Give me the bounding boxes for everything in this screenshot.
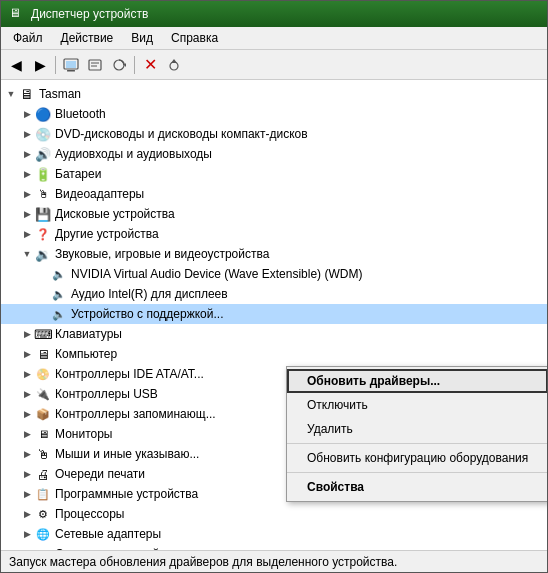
toolbar-back[interactable]: ◀ [5, 54, 27, 76]
ctx-uninstall[interactable]: Удалить [287, 417, 547, 441]
disk-icon: 💾 [35, 206, 51, 222]
hid-audio-label: Устройство с поддержкой... [71, 307, 224, 321]
mouse-label: Мыши и иные указываю... [55, 447, 199, 461]
prog-label: Программные устройства [55, 487, 198, 501]
bluetooth-icon: 🔵 [35, 106, 51, 122]
menu-help[interactable]: Справка [163, 29, 226, 47]
video-expand: ▶ [19, 186, 35, 202]
svg-rect-2 [66, 61, 76, 68]
usb-label: Контроллеры USB [55, 387, 158, 401]
sound-label: Звуковые, игровые и видеоустройства [55, 247, 269, 261]
toolbar-scan[interactable] [108, 54, 130, 76]
sys-label: Системные устройства [55, 547, 184, 550]
root-label: Tasman [39, 87, 81, 101]
computer-label: Компьютер [55, 347, 117, 361]
hid-audio-icon: 🔈 [51, 306, 67, 322]
battery-icon: 🔋 [35, 166, 51, 182]
net-icon: 🌐 [35, 526, 51, 542]
print-icon: 🖨 [35, 466, 51, 482]
tree-sys[interactable]: ▶ ⚙ Системные устройства [1, 544, 547, 550]
tree-computer[interactable]: ▶ 🖥 Компьютер [1, 344, 547, 364]
nvidia-label: NVIDIA Virtual Audio Device (Wave Extens… [71, 267, 362, 281]
ctx-separator-1 [287, 443, 547, 444]
net-expand: ▶ [19, 526, 35, 542]
tree-bluetooth[interactable]: ▶ 🔵 Bluetooth [1, 104, 547, 124]
storage-expand: ▶ [19, 406, 35, 422]
computer-icon: 🖥 [35, 346, 51, 362]
tree-dvd[interactable]: ▶ 💿 DVD-дисководы и дисководы компакт-ди… [1, 124, 547, 144]
tree-root[interactable]: ▼ 🖥 Tasman [1, 84, 547, 104]
tree-sound-group[interactable]: ▼ 🔉 Звуковые, игровые и видеоустройства [1, 244, 547, 264]
tree-keyboard[interactable]: ▶ ⌨ Клавиатуры [1, 324, 547, 344]
svg-rect-3 [89, 60, 101, 70]
audio-io-icon: 🔊 [35, 146, 51, 162]
tree-nvidia[interactable]: ▶ 🔈 NVIDIA Virtual Audio Device (Wave Ex… [1, 264, 547, 284]
mouse-icon: 🖱 [35, 446, 51, 462]
monitor-icon: 🖥 [35, 426, 51, 442]
battery-expand: ▶ [19, 166, 35, 182]
main-content: ▼ 🖥 Tasman ▶ 🔵 Bluetooth ▶ 💿 DVD-дисково… [1, 80, 547, 550]
toolbar-properties[interactable] [84, 54, 106, 76]
prog-expand: ▶ [19, 486, 35, 502]
title-bar-text: Диспетчер устройств [31, 7, 148, 21]
status-bar: Запуск мастера обновления драйверов для … [1, 550, 547, 572]
status-text: Запуск мастера обновления драйверов для … [9, 555, 397, 569]
ctx-props[interactable]: Свойства [287, 475, 547, 499]
monitor-label: Мониторы [55, 427, 112, 441]
sound-expand: ▼ [19, 246, 35, 262]
intel-audio-icon: 🔈 [51, 286, 67, 302]
disk-label: Дисковые устройства [55, 207, 175, 221]
disk-expand: ▶ [19, 206, 35, 222]
tree-net[interactable]: ▶ 🌐 Сетевые адаптеры [1, 524, 547, 544]
mouse-expand: ▶ [19, 446, 35, 462]
toolbar-separator-1 [55, 56, 56, 74]
menu-view[interactable]: Вид [123, 29, 161, 47]
other-label: Другие устройства [55, 227, 159, 241]
toolbar-update[interactable] [163, 54, 185, 76]
svg-rect-1 [67, 70, 75, 72]
sys-expand: ▶ [19, 546, 35, 550]
audio-io-label: Аудиовходы и аудиовыходы [55, 147, 212, 161]
root-computer-icon: 🖥 [19, 86, 35, 102]
other-icon: ❓ [35, 226, 51, 242]
keyboard-icon: ⌨ [35, 326, 51, 342]
keyboard-label: Клавиатуры [55, 327, 122, 341]
menu-file[interactable]: Файл [5, 29, 51, 47]
toolbar-uninstall[interactable]: ✕ [139, 54, 161, 76]
tree-disk[interactable]: ▶ 💾 Дисковые устройства [1, 204, 547, 224]
other-expand: ▶ [19, 226, 35, 242]
tree-video[interactable]: ▶ 🖱 Видеоадаптеры [1, 184, 547, 204]
toolbar-computer[interactable] [60, 54, 82, 76]
ctx-separator-2 [287, 472, 547, 473]
menu-action[interactable]: Действие [53, 29, 122, 47]
tree-battery[interactable]: ▶ 🔋 Батареи [1, 164, 547, 184]
dvd-expand: ▶ [19, 126, 35, 142]
ctx-scan[interactable]: Обновить конфигурацию оборудования [287, 446, 547, 470]
ctx-update-drivers[interactable]: Обновить драйверы... [287, 369, 547, 393]
dvd-label: DVD-дисководы и дисководы компакт-дисков [55, 127, 308, 141]
tree-proc[interactable]: ▶ ⚙ Процессоры [1, 504, 547, 524]
storage-icon: 📦 [35, 406, 51, 422]
title-bar: 🖥 Диспетчер устройств [1, 1, 547, 27]
usb-icon: 🔌 [35, 386, 51, 402]
root-expand-icon: ▼ [3, 86, 19, 102]
tree-hid-audio[interactable]: ▶ 🔈 Устройство с поддержкой... [1, 304, 547, 324]
title-bar-icon: 🖥 [9, 6, 25, 22]
sound-icon: 🔉 [35, 246, 51, 262]
menu-bar: Файл Действие Вид Справка [1, 27, 547, 50]
dvd-icon: 💿 [35, 126, 51, 142]
toolbar-forward[interactable]: ▶ [29, 54, 51, 76]
toolbar: ◀ ▶ ✕ [1, 50, 547, 80]
tree-intel-audio[interactable]: ▶ 🔈 Аудио Intel(R) для дисплеев [1, 284, 547, 304]
net-label: Сетевые адаптеры [55, 527, 161, 541]
svg-marker-9 [171, 59, 177, 63]
ctx-disable[interactable]: Отключить [287, 393, 547, 417]
tree-other[interactable]: ▶ ❓ Другие устройства [1, 224, 547, 244]
print-expand: ▶ [19, 466, 35, 482]
sys-icon: ⚙ [35, 546, 51, 550]
proc-expand: ▶ [19, 506, 35, 522]
nvidia-icon: 🔈 [51, 266, 67, 282]
video-icon: 🖱 [35, 186, 51, 202]
video-label: Видеоадаптеры [55, 187, 144, 201]
tree-audio-io[interactable]: ▶ 🔊 Аудиовходы и аудиовыходы [1, 144, 547, 164]
